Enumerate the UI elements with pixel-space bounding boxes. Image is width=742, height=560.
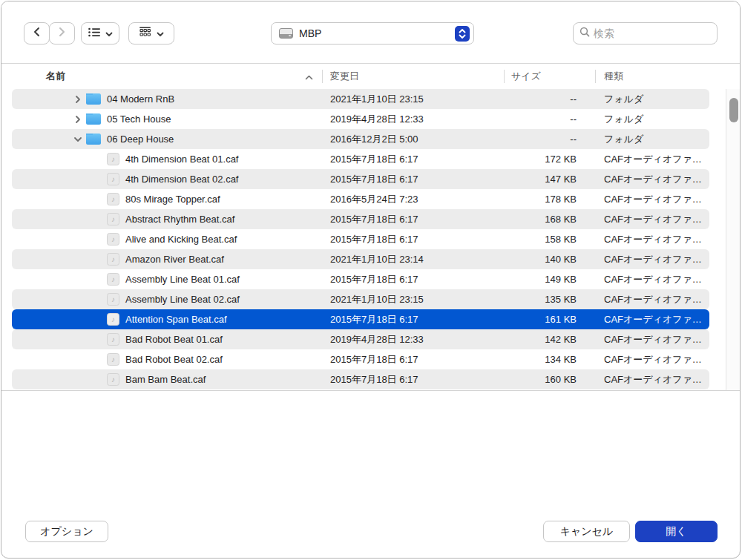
column-header-name[interactable]: 名前 bbox=[1, 70, 322, 83]
disclosure-chevron-icon[interactable] bbox=[73, 95, 83, 104]
toolbar: MBP bbox=[1, 1, 740, 64]
column-divider bbox=[504, 70, 505, 83]
file-size: 168 KB bbox=[504, 214, 595, 225]
disclosure-chevron-icon[interactable] bbox=[73, 115, 83, 124]
view-mode-button[interactable] bbox=[81, 22, 119, 45]
file-kind: フォルダ bbox=[595, 93, 709, 106]
hard-drive-icon bbox=[279, 28, 293, 39]
file-size: -- bbox=[504, 134, 595, 145]
file-kind: CAFオーディオファ… bbox=[595, 353, 709, 366]
date-modified: 2015年7月18日 6:17 bbox=[322, 233, 504, 246]
date-modified: 2016年12月2日 5:00 bbox=[322, 133, 504, 146]
audio-file-icon: ♪ bbox=[107, 273, 119, 286]
table-row[interactable]: 05 Tech House 2019年4月28日 12:33 -- フォルダ bbox=[12, 109, 709, 129]
search-icon bbox=[580, 27, 590, 40]
chevron-down-icon bbox=[157, 27, 164, 40]
cancel-button[interactable]: キャンセル bbox=[543, 521, 630, 542]
name-cell: ♪ Assembly Line Beat 01.caf bbox=[12, 273, 322, 286]
audio-file-icon: ♪ bbox=[107, 233, 119, 246]
file-name: 4th Dimension Beat 02.caf bbox=[125, 174, 238, 185]
table-row[interactable]: ♪ Assembly Line Beat 02.caf 2021年1月10日 2… bbox=[12, 289, 709, 309]
date-modified: 2015年7月18日 6:17 bbox=[322, 153, 504, 166]
file-kind: CAFオーディオファ… bbox=[595, 273, 709, 286]
table-row[interactable]: ♪ Bad Robot Beat 01.caf 2019年4月28日 12:33… bbox=[12, 329, 709, 349]
scrollbar-thumb[interactable] bbox=[729, 98, 738, 122]
name-cell: ♪ Alive and Kicking Beat.caf bbox=[12, 233, 322, 246]
date-modified: 2021年1月10日 23:15 bbox=[322, 293, 504, 306]
date-modified: 2019年4月28日 12:33 bbox=[322, 113, 504, 126]
disclosure-chevron-icon[interactable] bbox=[73, 135, 83, 144]
file-name: Bam Bam Beat.caf bbox=[125, 374, 206, 385]
table-row[interactable]: ♪ Abstract Rhythm Beat.caf 2015年7月18日 6:… bbox=[12, 209, 709, 229]
audio-file-icon: ♪ bbox=[107, 373, 119, 386]
name-cell: ♪ Bad Robot Beat 02.caf bbox=[12, 353, 322, 366]
date-modified: 2015年7月18日 6:17 bbox=[322, 213, 504, 226]
preview-pane bbox=[1, 391, 740, 510]
file-kind: CAFオーディオファ… bbox=[595, 153, 709, 166]
search-input[interactable] bbox=[594, 27, 711, 39]
date-modified: 2021年1月10日 23:15 bbox=[322, 93, 504, 106]
forward-button[interactable] bbox=[49, 22, 75, 45]
file-size: 134 KB bbox=[504, 354, 595, 365]
file-kind: CAFオーディオファ… bbox=[595, 313, 709, 326]
audio-file-icon: ♪ bbox=[107, 293, 119, 306]
column-header-kind[interactable]: 種類 bbox=[595, 70, 740, 83]
table-row[interactable]: ♪ Bad Robot Beat 02.caf 2015年7月18日 6:17 … bbox=[12, 349, 709, 369]
folder-icon bbox=[86, 93, 101, 105]
file-name: 4th Dimension Beat 01.caf bbox=[125, 154, 238, 165]
list-view-icon bbox=[88, 27, 100, 40]
file-size: 135 KB bbox=[504, 294, 595, 305]
audio-file-icon: ♪ bbox=[107, 313, 119, 326]
table-row[interactable]: ♪ Amazon River Beat.caf 2021年1月10日 23:14… bbox=[12, 249, 709, 269]
table-row[interactable]: ♪ Bam Bam Beat.caf 2015年7月18日 6:17 160 K… bbox=[12, 369, 709, 389]
file-size: 147 KB bbox=[504, 174, 595, 185]
name-cell: ♪ Bam Bam Beat.caf bbox=[12, 373, 322, 386]
column-headers: 名前 変更日 サイズ 種類 bbox=[1, 64, 740, 89]
folder-icon bbox=[86, 134, 101, 145]
date-modified: 2021年1月10日 23:14 bbox=[322, 253, 504, 266]
table-row[interactable]: ♪ 4th Dimension Beat 01.caf 2015年7月18日 6… bbox=[12, 149, 709, 169]
audio-file-icon: ♪ bbox=[107, 333, 119, 346]
popup-stepper-icon bbox=[455, 26, 470, 42]
table-row[interactable]: ♪ 4th Dimension Beat 02.caf 2015年7月18日 6… bbox=[12, 169, 709, 189]
group-by-button[interactable] bbox=[128, 22, 174, 45]
audio-file-icon: ♪ bbox=[107, 173, 119, 185]
name-cell: 05 Tech House bbox=[12, 113, 322, 125]
name-cell: ♪ Attention Span Beat.caf bbox=[12, 313, 322, 326]
table-row[interactable]: ♪ Alive and Kicking Beat.caf 2015年7月18日 … bbox=[12, 229, 709, 249]
back-button[interactable] bbox=[24, 22, 50, 45]
table-row[interactable]: ♪ Assembly Line Beat 01.caf 2015年7月18日 6… bbox=[12, 269, 709, 289]
file-kind: CAFオーディオファ… bbox=[595, 173, 709, 186]
name-cell: ♪ 4th Dimension Beat 02.caf bbox=[12, 173, 322, 185]
scrollbar-track[interactable] bbox=[726, 89, 741, 390]
file-size: -- bbox=[504, 93, 595, 105]
name-cell: ♪ 4th Dimension Beat 01.caf bbox=[12, 153, 322, 165]
search-field[interactable] bbox=[573, 22, 718, 45]
table-row[interactable]: 06 Deep House 2016年12月2日 5:00 -- フォルダ bbox=[12, 129, 709, 149]
date-modified: 2015年7月18日 6:17 bbox=[322, 353, 504, 366]
column-header-size[interactable]: サイズ bbox=[504, 70, 595, 83]
file-kind: フォルダ bbox=[595, 133, 709, 146]
audio-file-icon: ♪ bbox=[107, 213, 119, 225]
sort-ascending-icon bbox=[305, 71, 313, 82]
table-row[interactable]: ♪ 80s Mirage Topper.caf 2016年5月24日 7:23 … bbox=[12, 189, 709, 209]
name-cell: ♪ Assembly Line Beat 02.caf bbox=[12, 293, 322, 306]
column-divider bbox=[322, 70, 323, 83]
open-button[interactable]: 開く bbox=[635, 521, 718, 542]
column-divider bbox=[595, 70, 596, 83]
file-name: Attention Span Beat.caf bbox=[125, 314, 227, 325]
options-button[interactable]: オプション bbox=[25, 521, 108, 542]
audio-file-icon: ♪ bbox=[107, 193, 119, 205]
table-row[interactable]: ♪ Attention Span Beat.caf 2015年7月18日 6:1… bbox=[12, 309, 709, 329]
file-size: 160 KB bbox=[504, 374, 595, 385]
file-name: Assembly Line Beat 01.caf bbox=[125, 274, 240, 285]
file-kind: CAFオーディオファ… bbox=[595, 293, 709, 306]
name-cell: 06 Deep House bbox=[12, 134, 322, 145]
column-header-date[interactable]: 変更日 bbox=[322, 70, 504, 83]
table-row[interactable]: 04 Modern RnB 2021年1月10日 23:15 -- フォルダ bbox=[12, 89, 709, 109]
volume-select[interactable]: MBP bbox=[271, 22, 474, 45]
file-name: Abstract Rhythm Beat.caf bbox=[125, 214, 234, 225]
file-name: 04 Modern RnB bbox=[107, 93, 174, 105]
file-kind: CAFオーディオファ… bbox=[595, 253, 709, 266]
file-kind: CAFオーディオファ… bbox=[595, 233, 709, 246]
